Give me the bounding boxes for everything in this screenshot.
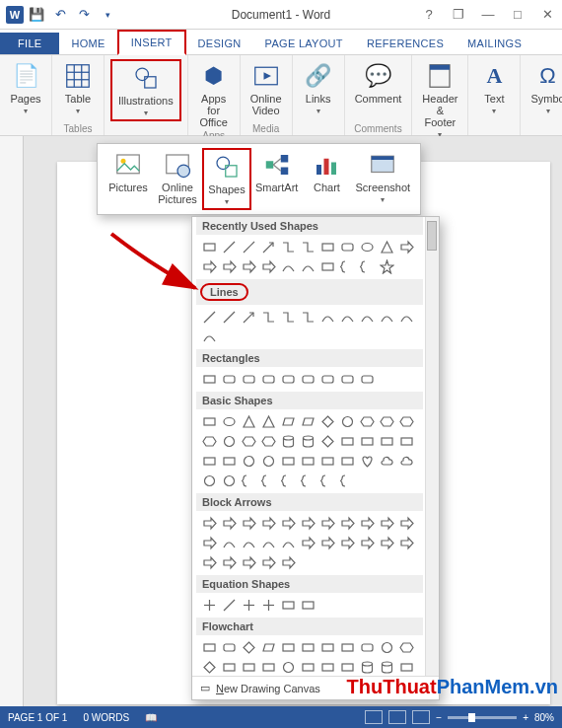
shape-brace[interactable]: [339, 473, 356, 489]
shape-rect[interactable]: [398, 659, 415, 676]
shape-star[interactable]: [379, 258, 395, 275]
shape-rect[interactable]: [398, 433, 415, 450]
screenshot-button[interactable]: Screenshot ▾: [351, 148, 414, 210]
shape-rrect[interactable]: [221, 371, 238, 388]
shape-barrow[interactable]: [201, 515, 218, 532]
shape-conn[interactable]: [300, 309, 316, 326]
shape-barrow[interactable]: [241, 258, 257, 275]
shape-circ[interactable]: [260, 453, 277, 470]
shape-barrow[interactable]: [339, 535, 356, 551]
shape-brace[interactable]: [241, 473, 257, 489]
shape-rect[interactable]: [280, 639, 297, 656]
shape-rect[interactable]: [319, 453, 336, 470]
shape-cyl[interactable]: [359, 659, 376, 676]
shape-curve[interactable]: [201, 328, 218, 345]
shape-barrow[interactable]: [398, 535, 415, 551]
shape-barrow[interactable]: [260, 554, 277, 571]
shape-rect[interactable]: [201, 239, 218, 255]
tab-home[interactable]: HOME: [59, 33, 116, 54]
shape-circ[interactable]: [280, 659, 297, 676]
table-button[interactable]: Table ▾: [58, 59, 98, 117]
apps-for-office-button[interactable]: ⬢ Apps for Office: [194, 59, 234, 130]
shape-rrect[interactable]: [339, 371, 356, 388]
shape-rect[interactable]: [319, 639, 336, 656]
zoom-level[interactable]: 80%: [534, 712, 554, 723]
shape-barrow[interactable]: [280, 515, 297, 532]
shape-barrow[interactable]: [201, 258, 218, 275]
shape-brace[interactable]: [339, 258, 356, 275]
shape-curve[interactable]: [221, 535, 238, 551]
status-page[interactable]: PAGE 1 OF 1: [8, 712, 67, 723]
shape-hex[interactable]: [260, 433, 277, 450]
status-words[interactable]: 0 WORDS: [83, 712, 129, 723]
zoom-in-icon[interactable]: +: [523, 712, 528, 723]
shape-rrect[interactable]: [221, 639, 238, 656]
shape-conn[interactable]: [260, 309, 277, 326]
shape-rect[interactable]: [201, 453, 218, 470]
shape-rrect[interactable]: [241, 371, 257, 388]
shape-tri[interactable]: [260, 413, 277, 430]
shape-para[interactable]: [260, 639, 277, 656]
shape-barrow[interactable]: [339, 515, 356, 532]
shape-tri[interactable]: [241, 413, 257, 430]
shape-curve[interactable]: [280, 535, 297, 551]
tab-mailings[interactable]: MAILINGS: [456, 33, 533, 54]
shapes-button[interactable]: Shapes ▾: [202, 148, 251, 210]
shape-conn[interactable]: [300, 239, 316, 255]
shape-line[interactable]: [221, 309, 238, 326]
shape-curve[interactable]: [300, 258, 316, 275]
shape-rect[interactable]: [260, 659, 277, 676]
shape-para[interactable]: [280, 413, 297, 430]
shape-brace[interactable]: [359, 258, 376, 275]
shape-circ[interactable]: [221, 433, 238, 450]
shape-curve[interactable]: [339, 309, 356, 326]
shape-rect[interactable]: [319, 239, 336, 255]
undo-icon[interactable]: ↶: [49, 4, 71, 26]
maximize-button[interactable]: □: [503, 0, 532, 30]
shape-cloud[interactable]: [379, 453, 395, 470]
shape-barrow[interactable]: [241, 515, 257, 532]
shape-conn[interactable]: [280, 239, 297, 255]
zoom-slider[interactable]: [448, 716, 517, 719]
shape-barrow[interactable]: [260, 258, 277, 275]
shape-curve[interactable]: [241, 535, 257, 551]
shape-rrect[interactable]: [280, 371, 297, 388]
shape-barrow[interactable]: [359, 515, 376, 532]
shape-cyl[interactable]: [379, 659, 395, 676]
shape-rect[interactable]: [339, 433, 356, 450]
shape-cloud[interactable]: [398, 453, 415, 470]
shape-plus[interactable]: [241, 597, 257, 614]
shape-barrow[interactable]: [319, 535, 336, 551]
shape-plus[interactable]: [201, 597, 218, 614]
tab-references[interactable]: REFERENCES: [355, 33, 456, 54]
shape-barrow[interactable]: [280, 554, 297, 571]
shape-circ[interactable]: [221, 473, 238, 489]
shape-barrow[interactable]: [201, 535, 218, 551]
shape-barrow[interactable]: [379, 515, 395, 532]
shape-curve[interactable]: [280, 258, 297, 275]
shape-rect[interactable]: [319, 659, 336, 676]
online-video-button[interactable]: Online Video: [246, 59, 286, 118]
shape-rect[interactable]: [201, 413, 218, 430]
shape-barrow[interactable]: [398, 239, 415, 255]
shape-rect[interactable]: [359, 433, 376, 450]
shape-brace[interactable]: [300, 473, 316, 489]
shape-curve[interactable]: [319, 309, 336, 326]
shape-rect[interactable]: [280, 597, 297, 614]
redo-icon[interactable]: ↷: [73, 4, 95, 26]
shape-rect[interactable]: [339, 453, 356, 470]
shape-rect[interactable]: [300, 597, 316, 614]
shape-rect[interactable]: [241, 659, 257, 676]
shape-barrow[interactable]: [300, 515, 316, 532]
shape-circ[interactable]: [201, 473, 218, 489]
scrollbar-thumb[interactable]: [427, 221, 437, 251]
smartart-button[interactable]: SmartArt: [251, 148, 302, 210]
tab-file[interactable]: FILE: [0, 33, 59, 54]
shapes-scrollbar[interactable]: [425, 217, 439, 676]
links-button[interactable]: 🔗 Links ▾: [299, 59, 338, 117]
shape-rect[interactable]: [379, 433, 395, 450]
shape-line[interactable]: [241, 239, 257, 255]
shape-para[interactable]: [300, 413, 316, 430]
shape-cyl[interactable]: [300, 433, 316, 450]
shape-tri[interactable]: [379, 239, 395, 255]
